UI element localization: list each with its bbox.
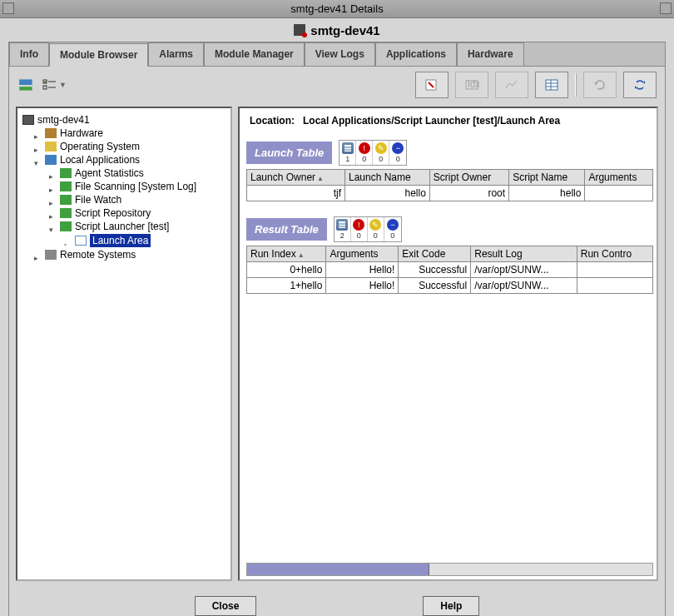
cell[interactable]: Hello! [326,278,399,294]
status-info[interactable]: − 0 [384,217,401,241]
toggle-icon[interactable] [49,170,57,177]
tab-alarms[interactable]: Alarms [148,42,204,66]
splitter[interactable] [232,107,238,581]
tab-module-browser[interactable]: Module Browser [49,43,148,67]
warning-icon: ✎ [369,219,381,231]
tree-item-launch-area[interactable]: Launch Area [19,233,229,248]
table-header-row: Launch Owner▲ Launch Name Script Owner S… [247,170,653,186]
toggle-icon[interactable] [34,156,42,164]
tree-item-script-launcher[interactable]: Script Launcher [test] [19,220,229,233]
window-titlebar: smtg-dev41 Details [0,0,674,18]
tree-label: Script Repository [75,207,151,219]
tab-module-manager[interactable]: Module Manager [204,42,305,66]
col-script-owner[interactable]: Script Owner [429,170,508,186]
sort-asc-icon: ▲ [317,175,324,182]
cell[interactable]: 0+hello [247,262,326,278]
cell[interactable]: Hello! [326,262,399,278]
dropdown-arrow-icon[interactable]: ▼ [59,81,67,89]
status-total[interactable]: 2 [335,217,351,241]
cell[interactable] [585,186,653,201]
reload-button[interactable] [623,72,657,98]
tab-applications[interactable]: Applications [375,42,457,66]
tree-item-hardware[interactable]: Hardware [19,127,229,140]
help-button[interactable]: Help [423,596,479,616]
table-row[interactable]: 1+hello Hello! Successful /var/opt/SUNW.… [247,278,653,294]
toggle-icon[interactable] [49,223,57,231]
status-count: 2 [340,231,344,240]
tab-view-logs[interactable]: View Logs [305,42,375,66]
col-exit-code[interactable]: Exit Code [399,246,471,262]
props-icon [424,78,439,92]
cell[interactable] [577,278,652,294]
cell[interactable]: Successful [399,278,471,294]
status-warning[interactable]: ✎ 0 [368,217,384,241]
toggle-icon[interactable] [49,210,57,217]
tree-item-script-repo[interactable]: Script Repository [19,206,229,220]
col-run-index[interactable]: Run Index▲ [247,246,326,262]
cell[interactable] [577,262,652,278]
chart-icon [504,78,519,92]
result-status-icons: 2 ! 0 ✎ 0 − 0 [334,216,402,242]
module-icon [60,208,72,218]
cell[interactable]: hello [344,186,429,201]
status-total[interactable]: 1 [339,141,356,165]
tree-item-file-watch[interactable]: File Watch [19,193,229,206]
cell[interactable]: /var/opt/SUNW... [471,278,577,294]
tree-pane[interactable]: smtg-dev41 Hardware Operating System Loc… [16,107,232,581]
col-arguments[interactable]: Arguments [585,170,653,186]
cell[interactable]: 1+hello [247,278,326,294]
toggle-icon[interactable] [34,143,42,151]
window-menu-button[interactable] [2,2,14,14]
svg-rect-4 [43,86,47,89]
col-result-log[interactable]: Result Log [471,246,577,262]
col-script-name[interactable]: Script Name [509,170,585,186]
server-icon [294,24,305,36]
table-row[interactable]: 0+hello Hello! Successful /var/opt/SUNW.… [247,262,653,278]
status-critical[interactable]: ! 0 [356,141,373,165]
tab-info[interactable]: Info [9,42,49,66]
status-critical[interactable]: ! 0 [351,217,368,241]
checklist-icon[interactable] [42,78,57,92]
cell[interactable]: hello [509,186,585,201]
close-button[interactable]: Close [195,596,257,616]
tab-hardware[interactable]: Hardware [457,42,524,66]
tree-item-os[interactable]: Operating System [19,140,229,153]
result-table[interactable]: Run Index▲ Arguments Exit Code Result Lo… [246,246,653,294]
tree-root[interactable]: smtg-dev41 [19,113,229,127]
scrollbar-thumb[interactable] [247,564,429,575]
table-node-icon [75,236,87,246]
launch-table[interactable]: Launch Owner▲ Launch Name Script Owner S… [246,169,653,201]
page-title: smtg-dev41 [310,23,379,37]
cell[interactable]: root [429,186,508,201]
cell[interactable]: /var/opt/SUNW... [471,262,577,278]
module-icon[interactable] [17,76,36,94]
toggle-icon[interactable] [34,130,42,137]
col-launch-name[interactable]: Launch Name [344,170,429,186]
col-arguments[interactable]: Arguments [326,246,399,262]
result-table-title: Result Table [246,218,327,241]
status-info[interactable]: − 0 [389,141,406,165]
tree-item-file-scanning[interactable]: File Scanning [System Log] [19,180,229,193]
module-icon [60,181,72,191]
table-button[interactable] [535,72,568,98]
status-count: 0 [396,155,400,163]
status-count: 0 [390,231,394,240]
col-launch-owner[interactable]: Launch Owner▲ [247,170,345,186]
cell[interactable]: tjf [247,186,345,201]
toolbar-divider [575,73,577,97]
toggle-icon[interactable] [34,251,42,259]
status-warning[interactable]: ✎ 0 [373,141,389,165]
tree-item-local-apps[interactable]: Local Applications [19,153,229,166]
tree-item-agent-stats[interactable]: Agent Statistics [19,166,229,180]
col-run-control[interactable]: Run Contro [577,246,652,262]
tree-label: File Scanning [System Log] [75,181,196,192]
tree-item-remote-systems[interactable]: Remote Systems [19,248,229,261]
cell[interactable]: Successful [399,262,471,278]
props-button[interactable] [415,72,449,98]
toggle-icon[interactable] [49,183,57,191]
window-minimize-button[interactable] [660,2,672,14]
horizontal-scrollbar[interactable] [246,563,653,576]
table-row[interactable]: tjf hello root hello [247,186,653,201]
toggle-icon[interactable] [49,196,57,204]
tabs-row: Info Module Browser Alarms Module Manage… [9,42,665,67]
